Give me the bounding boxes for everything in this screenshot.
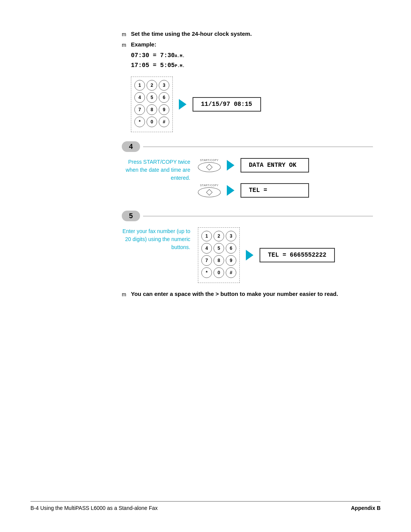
step-4-badge: 4 (122, 141, 140, 152)
key5-hash: # (226, 267, 236, 278)
keypad-display-row-step3: 1 2 3 4 5 6 7 8 9 * 0 # (131, 77, 373, 132)
key-4: 4 (134, 92, 145, 103)
key5-7: 7 (201, 255, 212, 266)
start-copy-button-2[interactable]: START/COPY (198, 184, 221, 197)
note-marker: m (122, 291, 127, 297)
start-copy-oval-2[interactable] (198, 187, 221, 197)
key5-9: 9 (226, 255, 236, 266)
display-data-entry-ok: DATA ENTRY OK (241, 158, 309, 173)
example-line-1: 07:30 = 7:30A.M. (131, 51, 373, 61)
instruction-item-2: m Example: (122, 41, 373, 48)
keypad5-row-3: 7 8 9 (201, 255, 236, 266)
key5-5: 5 (213, 243, 224, 254)
start-copy-label-2: START/COPY (200, 184, 218, 187)
keypad-row-2: 4 5 6 (134, 92, 169, 103)
key5-2: 2 (213, 231, 224, 241)
start-copy-row-1: START/COPY DATA ENTRY OK (198, 158, 309, 173)
arrow-step5 (246, 250, 253, 260)
start-copy-label-1: START/COPY (200, 159, 218, 161)
key-7: 7 (134, 104, 145, 115)
note-item: m You can enter a space with the > butto… (122, 291, 373, 297)
key5-3: 3 (226, 231, 236, 241)
key-2: 2 (147, 80, 157, 91)
bullet-marker-1: m (122, 31, 127, 37)
keypad5-row-1: 1 2 3 (201, 231, 236, 241)
step-4-buttons-displays: START/COPY DATA ENTRY OK START/COPY (198, 158, 309, 203)
keypad-row-4: * 0 # (134, 117, 169, 127)
display-date-time: 11/15/97 08:15 (193, 97, 261, 112)
step-5-section: 5 (122, 211, 373, 221)
instruction-text-1: Set the time using the 24-hour clock sys… (131, 30, 252, 37)
key5-0: 0 (213, 267, 224, 278)
footer-line (30, 501, 381, 502)
start-copy-oval-1[interactable] (198, 162, 221, 172)
step-4-left-text: Press START/COPY twice when the date and… (122, 158, 190, 182)
footer-left-text: B-4 Using the MultiPASS L6000 as a Stand… (30, 505, 158, 511)
key5-1: 1 (201, 231, 212, 241)
key-star: * (134, 117, 145, 127)
key5-6: 6 (226, 243, 236, 254)
main-content: m Set the time using the 24-hour clock s… (122, 30, 373, 297)
key5-4: 4 (201, 243, 212, 254)
keypad5-row-2: 4 5 6 (201, 243, 236, 254)
step-4-content: Press START/COPY twice when the date and… (122, 158, 373, 203)
key-hash: # (159, 117, 169, 127)
step-5-badge: 5 (122, 211, 140, 221)
step-5-line (143, 216, 373, 216)
display-tel-number: TEL = 6665552222 (260, 248, 335, 262)
display-tel-empty: TEL = (241, 183, 309, 198)
key-1: 1 (134, 80, 145, 91)
example-line-2: 17:05 = 5:05P.M. (131, 61, 373, 71)
instruction-text-2: Example: (131, 41, 156, 48)
key-5: 5 (147, 92, 157, 103)
start-copy-row-2: START/COPY TEL = (198, 183, 309, 198)
start-copy-button-1[interactable]: START/COPY (198, 159, 221, 172)
key5-star: * (201, 267, 212, 278)
diamond-icon-2 (206, 189, 213, 195)
step-4-section: 4 (122, 141, 373, 152)
numeric-keypad-step5: 1 2 3 4 5 6 7 8 9 * 0 # (198, 227, 240, 283)
key-0: 0 (147, 117, 157, 127)
key-6: 6 (159, 92, 169, 103)
diamond-icon-1 (206, 164, 213, 170)
step-4-line (143, 147, 373, 147)
key-3: 3 (159, 80, 169, 91)
step-5-left-text: Enter your fax number (up to 20 digits) … (122, 227, 190, 251)
step-4-header: 4 (122, 141, 373, 152)
footer-right-text: Appendix B (351, 505, 381, 511)
step-5-content: Enter your fax number (up to 20 digits) … (122, 227, 373, 283)
numeric-keypad-step3: 1 2 3 4 5 6 7 8 9 * 0 # (131, 77, 173, 132)
footer: B-4 Using the MultiPASS L6000 as a Stand… (30, 505, 381, 511)
key-9: 9 (159, 104, 169, 115)
note-text: You can enter a space with the > button … (131, 291, 338, 297)
arrow-step3 (179, 99, 186, 110)
step-5-header: 5 (122, 211, 373, 221)
arrow-step4-1 (227, 160, 234, 171)
arrow-step4-2 (227, 185, 234, 196)
keypad-row-3: 7 8 9 (134, 104, 169, 115)
instruction-item-1: m Set the time using the 24-hour clock s… (122, 30, 373, 37)
key5-8: 8 (213, 255, 224, 266)
example-block: 07:30 = 7:30A.M. 17:05 = 5:05P.M. (131, 51, 373, 70)
bullet-marker-2: m (122, 42, 127, 48)
page: m Set the time using the 24-hour clock s… (0, 0, 411, 532)
key-8: 8 (147, 104, 157, 115)
keypad5-row-4: * 0 # (201, 267, 236, 278)
keypad-row-1: 1 2 3 (134, 80, 169, 91)
